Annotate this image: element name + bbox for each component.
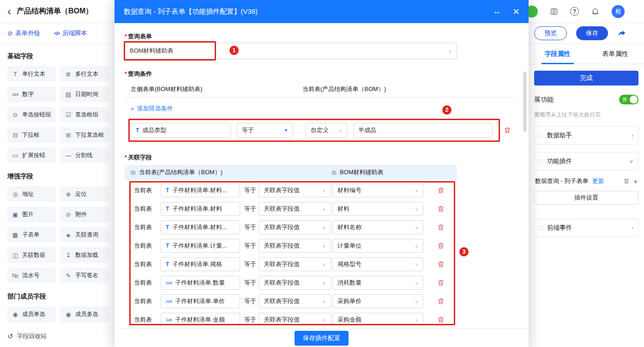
field-type-item[interactable]: T 单行文本	[7, 66, 56, 82]
share-icon[interactable]	[617, 29, 626, 38]
field-type-item[interactable]: ◉ 成员多选	[60, 306, 109, 322]
assoc-target-field-select[interactable]: 消耗数量∨	[332, 276, 423, 290]
delete-row-icon[interactable]	[437, 316, 445, 323]
expand-width-icon[interactable]: ↔	[493, 7, 502, 16]
field-type-item[interactable]: ☑ 复选框组	[60, 107, 109, 122]
assoc-value-mode-select[interactable]: 关联表字段值∨	[259, 313, 331, 326]
field-type-item[interactable]: ⊙ 单选按钮组	[7, 107, 56, 122]
delete-row-icon[interactable]	[437, 205, 445, 213]
delete-plugin-icon[interactable]	[623, 178, 630, 184]
association-fields-label: *关联字段	[125, 153, 152, 162]
field-type-item[interactable]: ⊘ 附件	[60, 207, 109, 222]
assoc-value-mode-select[interactable]: 关联表字段值∨	[259, 220, 331, 234]
assoc-target-field-select[interactable]: 采购单价∨	[332, 294, 423, 308]
field-type-item[interactable]: № 流水号	[7, 268, 56, 283]
linked-data-icon: ◫	[12, 252, 19, 259]
association-table-header: ⊞ 当前表(产品结构清单（BOM）) ⊞ BOM材料辅助表	[125, 165, 457, 180]
delete-row-icon[interactable]	[437, 298, 445, 305]
delete-filter-icon[interactable]	[504, 127, 511, 134]
assoc-field-select[interactable]: 123 子件材料清单.金额	[161, 313, 240, 326]
field-type-item[interactable]: ✎ 手写签名	[60, 268, 109, 283]
field-type-item[interactable]: ◉ 成员单选	[7, 306, 56, 322]
field-type-item[interactable]: ≣ 多行文本	[60, 66, 109, 82]
delete-row-icon[interactable]	[437, 224, 445, 231]
delete-row-icon[interactable]	[437, 242, 445, 250]
assoc-value-mode-select[interactable]: 关联表字段值∨	[259, 257, 331, 271]
assoc-field-select[interactable]: T 子件材料清单.材料	[161, 202, 240, 216]
assoc-target-field-select[interactable]: 规格型号∨	[332, 257, 423, 271]
close-icon[interactable]: ×	[513, 6, 519, 17]
attachment-icon: ⊘	[65, 211, 72, 218]
field-recycle-bin[interactable]: ↺ 字段回收站	[7, 332, 47, 341]
bell-icon[interactable]	[591, 7, 600, 16]
assoc-field-select[interactable]: T 子件材料清单.规格	[161, 257, 240, 271]
add-filter-link[interactable]: + 添加筛选条件	[131, 104, 173, 113]
assoc-field-select[interactable]: T 子件材料清单.计量...	[161, 239, 240, 253]
avatar[interactable]: 检	[612, 5, 625, 18]
field-type-item[interactable]: ⊞ 下拉复选框	[60, 127, 109, 143]
field-type-item[interactable]: ▦ 子表单	[7, 227, 56, 243]
feature-toggle[interactable]: 开	[619, 95, 638, 104]
data-assistant-section[interactable]: ∷ 数据助手 ›	[534, 126, 638, 145]
assoc-field-select[interactable]: 123 子件材料清单.数量	[161, 276, 240, 290]
assoc-target-field-select[interactable]: 材料编号∨	[332, 183, 423, 197]
done-button[interactable]: 完成	[534, 71, 638, 85]
filter-mode-select[interactable]: 自定义 ∨	[306, 123, 347, 138]
assoc-value-mode-select[interactable]: 关联表字段值∨	[259, 202, 331, 216]
text-field-icon: T	[166, 224, 169, 231]
save-button[interactable]: 保存	[576, 26, 608, 40]
assoc-target-field-select[interactable]: 采购金额∨	[332, 313, 423, 326]
text-field-icon: T	[166, 206, 169, 212]
field-type-label: 定位	[75, 190, 87, 198]
filter-operator-select[interactable]: 等于 ▼	[237, 123, 293, 138]
toolbar-right: 预览 保存	[534, 26, 637, 40]
plugin-settings-button[interactable]: 插件设置	[534, 191, 638, 205]
field-type-item[interactable]: ◈ 关联查询	[60, 227, 109, 243]
field-type-item[interactable]: ◎ 地址	[7, 186, 56, 202]
delete-row-icon[interactable]	[437, 261, 445, 268]
sidebar-section-title: 基础字段	[7, 52, 109, 61]
field-type-item[interactable]: ⊟ 下拉框	[7, 127, 56, 143]
assoc-field-select[interactable]: 123 子件材料清单.单价	[161, 294, 240, 308]
assoc-field-select[interactable]: T 子件材料清单.材料...	[161, 183, 240, 197]
field-type-item[interactable]: ▣ 图片	[7, 207, 56, 222]
add-plugin-icon[interactable]: +	[633, 177, 638, 185]
assoc-target-field-select[interactable]: 材料名称∨	[332, 220, 423, 234]
field-type-item[interactable]: ▤ 日期时间	[60, 86, 109, 102]
topbar-icons: ? 检	[526, 5, 637, 18]
help-icon[interactable]: ?	[570, 7, 579, 16]
delete-row-icon[interactable]	[437, 187, 445, 194]
field-type-item[interactable]: ◫ 关联数据	[7, 247, 56, 263]
filter-field-select[interactable]: T 成品类型	[131, 123, 231, 138]
field-type-item[interactable]: ⊕ 定位	[60, 186, 109, 202]
function-plugins-section[interactable]: ∷ 功能插件 ∨	[534, 152, 638, 170]
back-button[interactable]: ‹	[7, 6, 11, 17]
assoc-target-field-select[interactable]: 材料∨	[332, 202, 423, 216]
save-plugin-config-button[interactable]: 保存插件配置	[295, 331, 349, 346]
toolbar-item-backend-script[interactable]: </> 后端脚本	[54, 29, 87, 37]
tab-field-properties[interactable]: 字段属性	[529, 44, 586, 64]
field-type-item[interactable]: 123 数字	[7, 86, 56, 102]
field-type-item[interactable]: — 分割线	[60, 147, 109, 163]
filter-value-input[interactable]: 半成品	[353, 123, 493, 138]
assoc-value-mode-select[interactable]: 关联表字段值∨	[259, 239, 331, 253]
sidebar-section-title: 部门成员字段	[7, 292, 109, 301]
update-link[interactable]: 更新	[592, 177, 604, 185]
scrollbar[interactable]	[524, 72, 526, 132]
preview-button[interactable]: 预览	[534, 26, 567, 40]
frontend-events-section[interactable]: ∷ 前端事件 ›	[534, 219, 638, 237]
assoc-value-mode-select[interactable]: 关联表字段值∨	[259, 183, 331, 197]
tab-form-properties[interactable]: 表单属性	[586, 44, 644, 64]
chevron-down-icon: ∨	[415, 299, 418, 304]
delete-row-icon[interactable]	[437, 279, 445, 286]
assoc-value-mode-select[interactable]: 关联表字段值∨	[259, 294, 331, 308]
assoc-value-mode-select[interactable]: 关联表字段值∨	[259, 276, 331, 290]
workbench-icon[interactable]	[550, 7, 558, 16]
toolbar-item-external-link[interactable]: ⊘ 表单外链	[7, 29, 40, 37]
query-form-select[interactable]: BOM材料辅助表 ∨	[125, 43, 457, 59]
assoc-field-select[interactable]: T 子件材料清单.材料...	[161, 220, 240, 234]
field-type-item[interactable]: ▭ 扩展按钮	[7, 147, 56, 163]
assoc-scope-label: 当前表	[134, 205, 157, 213]
field-type-item[interactable]: ↧ 数据加载	[60, 247, 109, 263]
assoc-target-field-select[interactable]: 计量单位∨	[332, 239, 423, 253]
